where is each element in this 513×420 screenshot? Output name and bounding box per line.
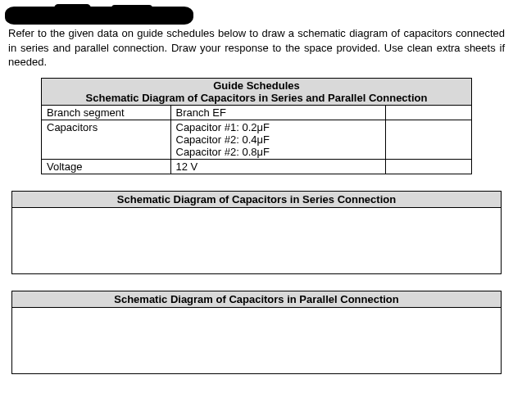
intro-paragraph: Refer to the given data on guide schedul… [8, 26, 505, 70]
series-section: Schematic Diagram of Capacitors in Serie… [11, 191, 502, 274]
guide-schedules-table: Guide Schedules Schematic Diagram of Cap… [41, 78, 472, 174]
table-row: Branch segment Branch EF [42, 105, 472, 120]
capacitor-line: Capacitor #2: 0.4μF [176, 133, 381, 146]
table-row: Capacitors Capacitor #1: 0.2μF Capacitor… [42, 120, 472, 159]
branch-segment-label: Branch segment [42, 105, 171, 120]
guide-schedules-table-wrap: Guide Schedules Schematic Diagram of Cap… [41, 78, 472, 174]
voltage-extra [386, 159, 472, 174]
capacitors-value: Capacitor #1: 0.2μF Capacitor #2: 0.4μF … [170, 120, 386, 159]
capacitor-line: Capacitor #1: 0.2μF [176, 121, 381, 133]
table-row: Voltage 12 V [42, 159, 472, 174]
capacitor-line: Capacitor #2: 0.8μF [176, 146, 381, 158]
capacitors-label: Capacitors [42, 120, 171, 159]
parallel-section-header: Schematic Diagram of Capacitors in Paral… [12, 291, 501, 308]
branch-segment-extra [386, 105, 472, 120]
parallel-section-body [12, 308, 501, 373]
guide-header-cell: Guide Schedules Schematic Diagram of Cap… [42, 78, 472, 105]
voltage-value: 12 V [170, 159, 386, 174]
parallel-section: Schematic Diagram of Capacitors in Paral… [11, 291, 502, 374]
series-section-body [12, 208, 501, 273]
series-section-header: Schematic Diagram of Capacitors in Serie… [12, 192, 501, 208]
guide-title-2: Schematic Diagram of Capacitors in Serie… [47, 92, 466, 104]
guide-title-1: Guide Schedules [47, 79, 466, 92]
branch-segment-value: Branch EF [170, 105, 386, 120]
redacted-heading [5, 7, 193, 25]
voltage-label: Voltage [42, 159, 171, 174]
capacitors-extra [386, 120, 472, 159]
